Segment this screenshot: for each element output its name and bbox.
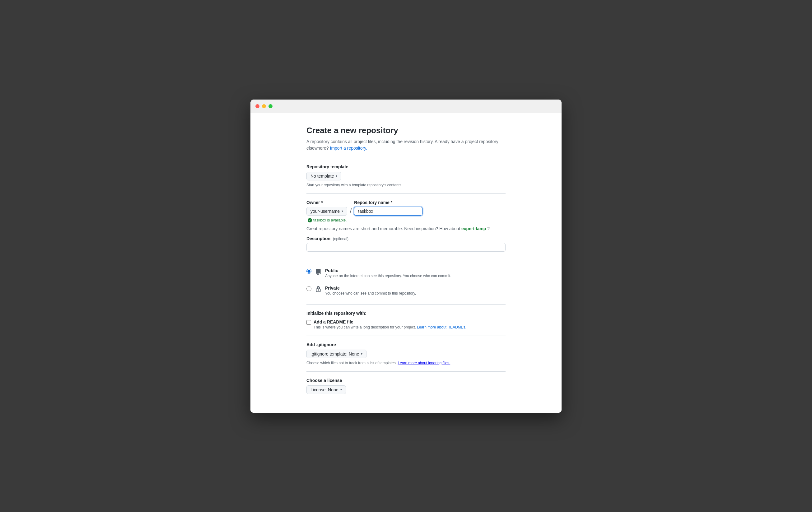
init-section: Initialize this repository with: Add a R… (307, 311, 505, 329)
divider-6 (307, 371, 505, 372)
private-option-title: Private (325, 285, 416, 291)
readme-desc-text: This is where you can write a long descr… (314, 325, 416, 329)
inspiration-text: Great repository names are short and mem… (307, 226, 505, 231)
private-option-desc: You choose who can see and commit to thi… (325, 291, 416, 296)
minimize-button[interactable] (262, 104, 266, 108)
license-section: Choose a license License: None ▾ (307, 378, 505, 394)
divider-3 (307, 258, 505, 258)
description-section: Description (optional) (307, 236, 505, 252)
readme-option-content: Add a README file This is where you can … (314, 320, 466, 329)
owner-repo-row: Owner * your-username ▾ / Repository nam… (307, 200, 505, 216)
init-section-title: Initialize this repository with: (307, 311, 505, 316)
license-dropdown-value: License: None (311, 387, 339, 392)
page-description: A repository contains all project files,… (307, 139, 505, 151)
repo-name-column: Repository name * (354, 200, 423, 216)
slash-separator: / (350, 207, 352, 215)
page-title: Create a new repository (307, 126, 505, 135)
public-option-content: Public Anyone on the internet can see th… (325, 268, 451, 278)
owner-dropdown-value: your-username (311, 209, 340, 214)
private-radio[interactable] (307, 286, 312, 291)
license-section-title: Choose a license (307, 378, 505, 383)
traffic-lights (255, 104, 272, 108)
public-radio[interactable] (307, 269, 312, 274)
form-container: Create a new repository A repository con… (307, 126, 505, 400)
gitignore-learn-more-link[interactable]: Learn more about ignoring files. (398, 361, 450, 365)
owner-label: Owner * (307, 200, 347, 205)
readme-learn-more-link[interactable]: Learn more about READMEs. (417, 325, 466, 329)
description-optional-text: (optional) (333, 237, 348, 241)
license-dropdown[interactable]: License: None ▾ (307, 385, 346, 394)
public-option-title: Public (325, 268, 451, 273)
close-button[interactable] (255, 104, 259, 108)
repo-name-input[interactable] (354, 207, 423, 216)
description-label: Description (optional) (307, 236, 505, 241)
divider-5 (307, 336, 505, 336)
availability-message: ✓ taskbox is available. (308, 218, 505, 222)
gitignore-section: Add .gitignore .gitignore template: None… (307, 342, 505, 365)
readme-checkbox[interactable] (307, 320, 311, 325)
maximize-button[interactable] (268, 104, 272, 108)
template-hint: Start your repository with a template re… (307, 183, 505, 187)
availability-text: taskbox is available. (313, 218, 347, 222)
owner-column: Owner * your-username ▾ (307, 200, 347, 216)
inspiration-link[interactable]: expert-lamp (461, 226, 486, 231)
divider-2 (307, 193, 505, 194)
readme-checkbox-option: Add a README file This is where you can … (307, 320, 505, 329)
private-option: Private You choose who can see and commi… (307, 282, 505, 299)
public-option: Public Anyone on the internet can see th… (307, 264, 505, 282)
template-section: Repository template No template ▾ Start … (307, 164, 505, 187)
lock-icon (315, 286, 321, 292)
gitignore-section-title: Add .gitignore (307, 342, 505, 347)
template-section-label: Repository template (307, 164, 505, 169)
owner-chevron-icon: ▾ (342, 209, 343, 213)
readme-desc: This is where you can write a long descr… (314, 325, 466, 329)
description-label-text: Description (307, 236, 330, 241)
license-chevron-icon: ▾ (340, 388, 342, 391)
check-circle-icon: ✓ (308, 218, 312, 222)
browser-window: Create a new repository A repository con… (251, 99, 561, 413)
gitignore-dropdown[interactable]: .gitignore template: None ▾ (307, 350, 367, 358)
inspiration-after: ? (487, 226, 490, 231)
page-content: Create a new repository A repository con… (251, 113, 561, 413)
repo-name-label: Repository name * (354, 200, 423, 205)
repo-public-icon (315, 269, 321, 275)
public-option-desc: Anyone on the internet can see this repo… (325, 274, 451, 278)
description-input[interactable] (307, 243, 505, 252)
private-option-content: Private You choose who can see and commi… (325, 285, 416, 296)
chevron-down-icon: ▾ (336, 174, 337, 178)
divider-1 (307, 158, 505, 158)
inspiration-before: Great repository names are short and mem… (307, 226, 460, 231)
template-dropdown[interactable]: No template ▾ (307, 172, 341, 180)
gitignore-dropdown-value: .gitignore template: None (311, 352, 359, 357)
gitignore-hint-text: Choose which files not to track from a l… (307, 361, 397, 365)
owner-dropdown[interactable]: your-username ▾ (307, 207, 347, 216)
titlebar (251, 99, 561, 113)
gitignore-chevron-icon: ▾ (361, 352, 362, 356)
gitignore-hint: Choose which files not to track from a l… (307, 361, 505, 365)
visibility-radio-group: Public Anyone on the internet can see th… (307, 264, 505, 299)
import-repository-link[interactable]: Import a repository. (330, 146, 368, 151)
template-dropdown-value: No template (311, 174, 334, 179)
readme-label: Add a README file (314, 320, 466, 325)
